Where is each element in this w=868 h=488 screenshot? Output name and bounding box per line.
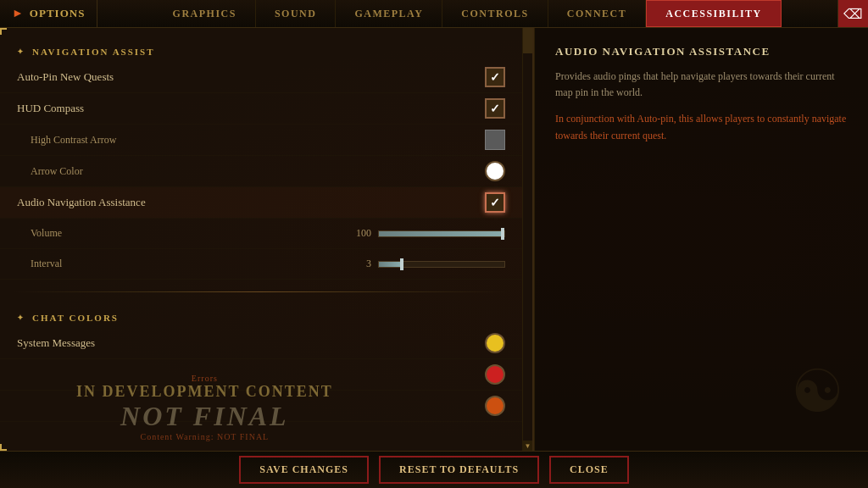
arrow-color-label: Arrow Color — [31, 165, 83, 178]
scrollbar-thumb[interactable] — [523, 28, 532, 53]
options-label: OPTIONS — [30, 7, 86, 20]
hud-compass-label: HUD Compass — [17, 102, 84, 115]
color3-swatch[interactable] — [485, 396, 505, 416]
high-contrast-checkbox[interactable] — [485, 130, 505, 150]
section-header-navigation-assist: NAVIGATION ASSIST — [0, 38, 522, 62]
audio-nav-label: Audio Navigation Assistance — [17, 196, 146, 209]
tab-sound[interactable]: SOUND — [256, 0, 337, 27]
interval-slider-container: 3 — [348, 258, 505, 270]
system-messages-color[interactable] — [485, 333, 505, 353]
volume-value: 100 — [348, 227, 371, 240]
setting-row-hud-compass: HUD Compass — [0, 93, 522, 125]
info-title: AUDIO NAVIGATION ASSISTANCE — [555, 45, 848, 58]
emblem-decoration: ☯ — [783, 358, 851, 425]
setting-row-high-contrast: High Contrast Arrow — [0, 125, 522, 156]
setting-row-auto-pin: Auto-Pin New Quests — [0, 62, 522, 93]
setting-row-arrow-color: Arrow Color — [0, 156, 522, 187]
setting-row-volume: Volume 100 — [0, 219, 522, 249]
hud-compass-checkbox[interactable] — [485, 98, 505, 119]
audio-nav-checkbox[interactable] — [485, 192, 505, 213]
info-highlight: In conjunction with Auto-pin, this allow… — [555, 111, 848, 143]
volume-label: Volume — [31, 227, 62, 240]
info-description: Provides audio pings that help navigate … — [555, 69, 848, 101]
close-icon[interactable]: ⌫ — [837, 0, 868, 27]
setting-row-color3 — [0, 391, 522, 422]
color2-swatch[interactable] — [485, 364, 505, 385]
setting-row-interval: Interval 3 — [0, 249, 522, 280]
reset-defaults-button[interactable]: Reset to Defaults — [379, 456, 539, 484]
volume-slider-container: 100 — [348, 227, 505, 240]
tab-gameplay[interactable]: GAMEPLAY — [336, 0, 442, 27]
close-button[interactable]: Close — [549, 456, 629, 484]
setting-row-system-messages: System Messages — [0, 328, 522, 359]
scrollbar-down-arrow[interactable]: ▼ — [523, 441, 532, 451]
main-content: NAVIGATION ASSIST Auto-Pin New Quests HU… — [0, 28, 868, 451]
interval-label: Interval — [31, 258, 62, 270]
interval-value: 3 — [348, 258, 371, 270]
volume-slider[interactable] — [378, 230, 505, 237]
settings-wrapper: NAVIGATION ASSIST Auto-Pin New Quests HU… — [0, 28, 534, 451]
system-messages-label: System Messages — [17, 336, 95, 350]
tab-accessibility[interactable]: ACCESSIBILITY — [646, 0, 782, 27]
scrollbar[interactable]: ▲ ▼ — [522, 28, 532, 451]
tab-graphics[interactable]: GRAPHICS — [154, 0, 256, 27]
arrow-color-swatch[interactable] — [485, 161, 505, 181]
section-divider — [14, 291, 509, 292]
setting-row-audio-nav: Audio Navigation Assistance — [0, 187, 522, 219]
info-panel: AUDIO NAVIGATION ASSISTANCE Provides aud… — [534, 28, 868, 451]
settings-scroll-container: NAVIGATION ASSIST Auto-Pin New Quests HU… — [0, 28, 532, 451]
options-logo[interactable]: ► OPTIONS — [0, 0, 97, 27]
back-arrow-icon: ► — [12, 7, 25, 20]
auto-pin-label: Auto-Pin New Quests — [17, 70, 114, 84]
auto-pin-checkbox[interactable] — [485, 67, 505, 87]
tab-connect[interactable]: CONNECT — [548, 0, 647, 27]
nav-tabs: GRAPHICS SOUND GAMEPLAY CONTROLS CONNECT… — [97, 0, 837, 27]
save-changes-button[interactable]: Save Changes — [239, 456, 369, 484]
interval-slider[interactable] — [378, 261, 505, 268]
high-contrast-label: High Contrast Arrow — [31, 134, 116, 147]
bottom-bar: Save Changes Reset to Defaults Close — [0, 451, 868, 488]
tab-controls[interactable]: CONTROLS — [442, 0, 548, 27]
section-header-chat-colors: CHAT COLORS — [0, 304, 522, 328]
top-nav-bar: ► OPTIONS GRAPHICS SOUND GAMEPLAY CONTRO… — [0, 0, 868, 28]
setting-row-color2 — [0, 359, 522, 391]
